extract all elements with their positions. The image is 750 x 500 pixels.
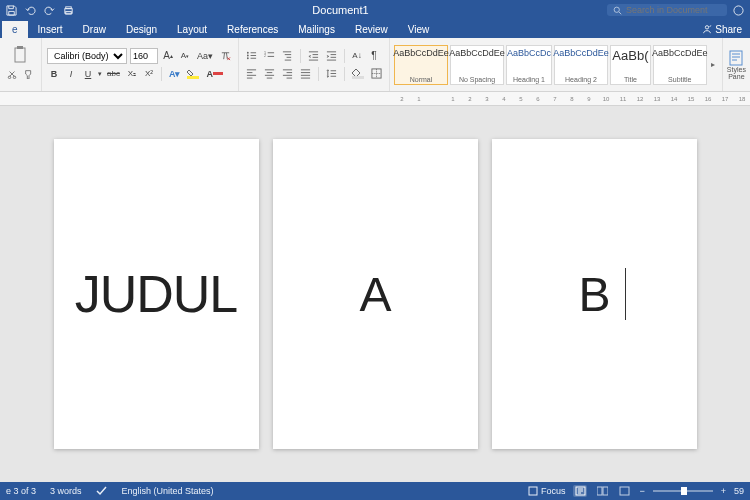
page-count[interactable]: e 3 of 3: [6, 486, 36, 496]
statusbar: e 3 of 3 3 words English (United States)…: [0, 482, 750, 500]
search-input[interactable]: [626, 5, 716, 15]
undo-icon[interactable]: [25, 5, 36, 16]
paragraph-group: 12 A↓ ¶: [239, 38, 390, 91]
svg-point-13: [247, 55, 249, 57]
shrink-font-icon[interactable]: A▾: [178, 48, 192, 64]
zoom-level[interactable]: 59: [734, 486, 744, 496]
cut-icon[interactable]: [5, 66, 19, 82]
text-effects-icon[interactable]: A▾: [167, 66, 183, 82]
underline-button[interactable]: U: [81, 66, 95, 82]
grow-font-icon[interactable]: A▴: [161, 48, 175, 64]
font-size-input[interactable]: [130, 48, 158, 64]
style-normal[interactable]: AaBbCcDdEeNormal: [394, 45, 448, 85]
page-1[interactable]: JUDUL: [54, 139, 259, 449]
show-marks-icon[interactable]: ¶: [367, 48, 381, 64]
sort-icon[interactable]: A↓: [350, 48, 364, 64]
styles-more-icon[interactable]: ▸: [709, 60, 718, 69]
highlight-icon[interactable]: [185, 66, 201, 82]
svg-point-3: [614, 7, 619, 12]
svg-rect-24: [620, 487, 629, 495]
styles-pane-button[interactable]: Styles Pane: [722, 38, 750, 91]
search-box[interactable]: [607, 4, 727, 16]
svg-point-9: [13, 76, 16, 79]
justify-icon[interactable]: [298, 66, 313, 82]
strike-button[interactable]: abc: [105, 66, 122, 82]
superscript-button[interactable]: X²: [142, 66, 156, 82]
borders-icon[interactable]: [369, 66, 384, 82]
document-title: Document1: [74, 4, 607, 16]
svg-rect-11: [213, 72, 223, 75]
numbering-icon[interactable]: 12: [262, 48, 277, 64]
svg-rect-23: [603, 487, 608, 495]
share-icon: [702, 24, 712, 34]
font-name-select[interactable]: Calibri (Body): [47, 48, 127, 64]
focus-mode[interactable]: Focus: [528, 486, 566, 496]
svg-rect-2: [66, 11, 72, 14]
tab-review[interactable]: Review: [345, 21, 398, 38]
tab-references[interactable]: References: [217, 21, 288, 38]
clear-format-icon[interactable]: [218, 48, 233, 64]
web-layout-view-icon[interactable]: [617, 485, 631, 497]
svg-rect-20: [529, 487, 537, 495]
share-button[interactable]: Share: [694, 21, 750, 38]
indent-left-icon[interactable]: [306, 48, 321, 64]
shading-icon[interactable]: [350, 66, 366, 82]
page-2[interactable]: A: [273, 139, 478, 449]
page-text[interactable]: JUDUL: [75, 264, 238, 324]
read-view-icon[interactable]: [595, 485, 609, 497]
multilevel-icon[interactable]: [280, 48, 295, 64]
zoom-in-icon[interactable]: +: [721, 486, 726, 496]
zoom-out-icon[interactable]: −: [639, 486, 644, 496]
style-heading-1[interactable]: AaBbCcDcHeading 1: [506, 45, 552, 85]
print-layout-view-icon[interactable]: [573, 485, 587, 497]
spell-check-icon[interactable]: [96, 486, 108, 496]
font-group: Calibri (Body) A▴ A▾ Aa▾ B I U ▾ abc X₂ …: [42, 38, 239, 91]
text-cursor: [625, 268, 626, 320]
font-color-icon[interactable]: A: [204, 66, 225, 82]
italic-button[interactable]: I: [64, 66, 78, 82]
tab-draw[interactable]: Draw: [73, 21, 116, 38]
style-subtitle[interactable]: AaBbCcDdEeSubtitle: [653, 45, 707, 85]
tab-view[interactable]: View: [398, 21, 440, 38]
tab-insert[interactable]: Insert: [28, 21, 73, 38]
search-icon: [613, 6, 622, 15]
page-3[interactable]: B: [492, 139, 697, 449]
change-case-icon[interactable]: Aa▾: [195, 48, 215, 64]
tab-mailings[interactable]: Mailings: [288, 21, 345, 38]
styles-gallery: AaBbCcDdEeNormalAaBbCcDdEeNo SpacingAaBb…: [390, 38, 722, 91]
align-right-icon[interactable]: [280, 66, 295, 82]
ruler[interactable]: 21123456789101112131415161718: [0, 92, 750, 106]
bullets-icon[interactable]: [244, 48, 259, 64]
ribbon-tabs: e Insert Draw Design Layout References M…: [0, 20, 750, 38]
align-left-icon[interactable]: [244, 66, 259, 82]
word-count[interactable]: 3 words: [50, 486, 82, 496]
tab-home[interactable]: e: [2, 21, 28, 38]
style-no-spacing[interactable]: AaBbCcDdEeNo Spacing: [450, 45, 504, 85]
help-icon[interactable]: [733, 5, 744, 16]
line-spacing-icon[interactable]: [324, 66, 339, 82]
save-icon[interactable]: [6, 5, 17, 16]
svg-rect-22: [597, 487, 602, 495]
bold-button[interactable]: B: [47, 66, 61, 82]
svg-point-4: [734, 5, 743, 14]
clipboard-group: [0, 38, 42, 91]
align-center-icon[interactable]: [262, 66, 277, 82]
page-text[interactable]: A: [359, 267, 390, 322]
svg-rect-17: [352, 76, 364, 79]
svg-point-14: [247, 57, 249, 59]
print-icon[interactable]: [63, 5, 74, 16]
subscript-button[interactable]: X₂: [125, 66, 139, 82]
language-status[interactable]: English (United States): [122, 486, 214, 496]
tab-design[interactable]: Design: [116, 21, 167, 38]
tab-layout[interactable]: Layout: [167, 21, 217, 38]
document-canvas[interactable]: JUDULAB: [0, 106, 750, 482]
style-title[interactable]: AaBb(Title: [610, 45, 651, 85]
zoom-slider[interactable]: [653, 490, 713, 492]
page-text[interactable]: B: [578, 267, 609, 322]
indent-right-icon[interactable]: [324, 48, 339, 64]
paste-icon[interactable]: [5, 48, 36, 64]
style-heading-2[interactable]: AaBbCcDdEeHeading 2: [554, 45, 608, 85]
redo-icon[interactable]: [44, 5, 55, 16]
svg-text:2: 2: [264, 54, 266, 58]
format-painter-icon[interactable]: [22, 66, 36, 82]
